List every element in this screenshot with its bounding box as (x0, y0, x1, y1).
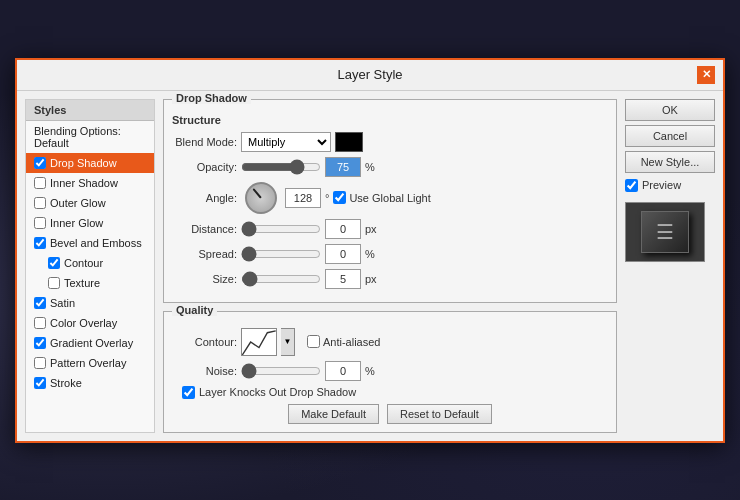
pattern-overlay-checkbox[interactable] (34, 357, 46, 369)
left-panel: Styles Blending Options: Default Drop Sh… (25, 99, 155, 433)
contour-dropdown-button[interactable]: ▼ (281, 328, 295, 356)
sidebar-item-satin[interactable]: Satin (26, 293, 154, 313)
preview-icon: ☰ (656, 220, 674, 244)
distance-slider-container: px (241, 219, 377, 239)
sidebar-item-color-overlay[interactable]: Color Overlay (26, 313, 154, 333)
preview-inner: ☰ (641, 211, 689, 253)
sidebar-item-blending-options[interactable]: Blending Options: Default (26, 121, 154, 153)
noise-input[interactable] (325, 361, 361, 381)
sidebar-item-inner-glow[interactable]: Inner Glow (26, 213, 154, 233)
sidebar-item-drop-shadow[interactable]: Drop Shadow (26, 153, 154, 173)
noise-unit: % (365, 365, 375, 377)
opacity-input[interactable] (325, 157, 361, 177)
styles-panel-title: Styles (26, 100, 154, 121)
inner-glow-label: Inner Glow (50, 217, 103, 229)
spread-row: Spread: % (172, 244, 608, 264)
dialog-body: Styles Blending Options: Default Drop Sh… (17, 91, 723, 441)
angle-input[interactable] (285, 188, 321, 208)
opacity-slider-container: % (241, 157, 375, 177)
bevel-emboss-checkbox[interactable] (34, 237, 46, 249)
spread-input[interactable] (325, 244, 361, 264)
quality-section: Quality Contour: ▼ Anti-aliased (163, 311, 617, 433)
color-overlay-checkbox[interactable] (34, 317, 46, 329)
right-panel: OK Cancel New Style... Preview ☰ (625, 99, 715, 433)
dialog-title: Layer Style (43, 67, 697, 82)
inner-shadow-label: Inner Shadow (50, 177, 118, 189)
title-bar: Layer Style ✕ (17, 60, 723, 91)
ok-button[interactable]: OK (625, 99, 715, 121)
sidebar-item-bevel-emboss[interactable]: Bevel and Emboss (26, 233, 154, 253)
drop-shadow-checkbox[interactable] (34, 157, 46, 169)
sidebar-item-inner-shadow[interactable]: Inner Shadow (26, 173, 154, 193)
spread-unit: % (365, 248, 375, 260)
use-global-light-label[interactable]: Use Global Light (333, 191, 430, 204)
angle-unit: ° (325, 192, 329, 204)
sidebar-item-pattern-overlay[interactable]: Pattern Overlay (26, 353, 154, 373)
layer-knocks-out-row: Layer Knocks Out Drop Shadow (172, 386, 608, 399)
blend-mode-select[interactable]: Multiply Normal Screen Overlay (241, 132, 331, 152)
sidebar-item-gradient-overlay[interactable]: Gradient Overlay (26, 333, 154, 353)
sidebar-item-contour[interactable]: Contour (26, 253, 154, 273)
bevel-emboss-label: Bevel and Emboss (50, 237, 142, 249)
layer-knocks-out-text: Layer Knocks Out Drop Shadow (199, 386, 356, 398)
blending-options-label: Blending Options: Default (34, 125, 146, 149)
sidebar-item-outer-glow[interactable]: Outer Glow (26, 193, 154, 213)
inner-glow-checkbox[interactable] (34, 217, 46, 229)
distance-row: Distance: px (172, 219, 608, 239)
opacity-unit: % (365, 161, 375, 173)
size-row: Size: px (172, 269, 608, 289)
satin-checkbox[interactable] (34, 297, 46, 309)
stroke-checkbox[interactable] (34, 377, 46, 389)
sidebar-item-texture[interactable]: Texture (26, 273, 154, 293)
contour-label-text: Contour: (172, 336, 237, 348)
blend-mode-row: Blend Mode: Multiply Normal Screen Overl… (172, 132, 608, 152)
spread-slider[interactable] (241, 247, 321, 261)
reset-to-default-button[interactable]: Reset to Default (387, 404, 492, 424)
size-input[interactable] (325, 269, 361, 289)
angle-row: Angle: ° Use Global Light (172, 182, 608, 214)
size-label: Size: (172, 273, 237, 285)
noise-label: Noise: (172, 365, 237, 377)
use-global-light-text: Use Global Light (349, 192, 430, 204)
preview-thumbnail: ☰ (625, 202, 705, 262)
noise-slider-container: % (241, 361, 375, 381)
anti-aliased-label[interactable]: Anti-aliased (307, 335, 380, 348)
make-default-button[interactable]: Make Default (288, 404, 379, 424)
dial-needle (253, 188, 262, 198)
distance-label: Distance: (172, 223, 237, 235)
anti-aliased-text: Anti-aliased (323, 336, 380, 348)
texture-label: Texture (64, 277, 100, 289)
cancel-button[interactable]: Cancel (625, 125, 715, 147)
distance-slider[interactable] (241, 222, 321, 236)
blend-mode-label: Blend Mode: (172, 136, 237, 148)
preview-label: Preview (642, 179, 681, 191)
noise-slider[interactable] (241, 364, 321, 378)
contour-checkbox[interactable] (48, 257, 60, 269)
sidebar-item-stroke[interactable]: Stroke (26, 373, 154, 393)
angle-inputs: ° Use Global Light (285, 188, 431, 208)
texture-checkbox[interactable] (48, 277, 60, 289)
contour-label: Contour (64, 257, 103, 269)
contour-thumbnail[interactable] (241, 328, 277, 356)
opacity-slider[interactable] (241, 160, 321, 174)
noise-row: Noise: % (172, 361, 608, 381)
gradient-overlay-checkbox[interactable] (34, 337, 46, 349)
gradient-overlay-label: Gradient Overlay (50, 337, 133, 349)
close-button[interactable]: ✕ (697, 66, 715, 84)
new-style-button[interactable]: New Style... (625, 151, 715, 173)
blend-mode-color-swatch[interactable] (335, 132, 363, 152)
layer-knocks-out-checkbox[interactable] (182, 386, 195, 399)
size-slider[interactable] (241, 272, 321, 286)
preview-checkbox[interactable] (625, 179, 638, 192)
inner-shadow-checkbox[interactable] (34, 177, 46, 189)
opacity-label: Opacity: (172, 161, 237, 173)
distance-input[interactable] (325, 219, 361, 239)
use-global-light-checkbox[interactable] (333, 191, 346, 204)
anti-aliased-checkbox[interactable] (307, 335, 320, 348)
drop-shadow-label: Drop Shadow (50, 157, 117, 169)
outer-glow-checkbox[interactable] (34, 197, 46, 209)
angle-dial[interactable] (245, 182, 277, 214)
angle-label: Angle: (172, 192, 237, 204)
spread-slider-container: % (241, 244, 375, 264)
preview-check-row: Preview (625, 177, 715, 194)
